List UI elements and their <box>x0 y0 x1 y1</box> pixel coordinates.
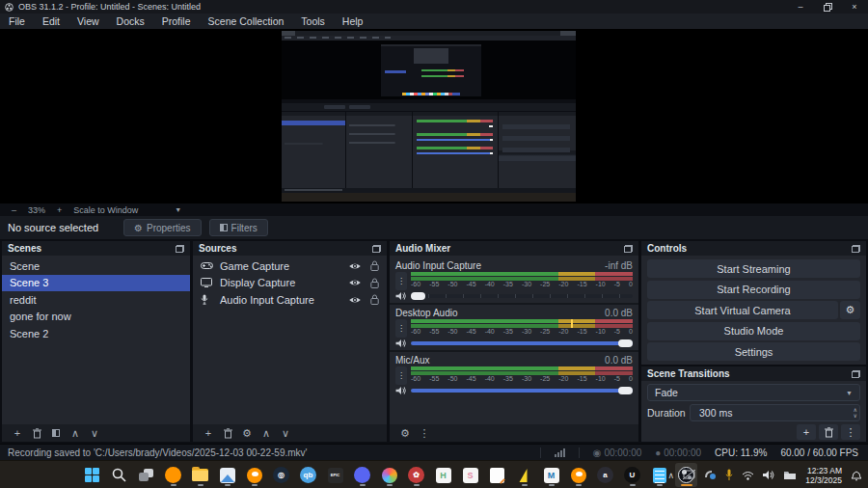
start-button[interactable] <box>81 463 103 487</box>
move-scene-up-button[interactable]: ∧ <box>66 424 85 442</box>
s-app-icon[interactable]: S <box>459 463 481 487</box>
scale-mode-label[interactable]: Scale to Window <box>73 205 138 215</box>
source-list-item[interactable]: Game Capture <box>193 258 387 275</box>
volume-slider-handle[interactable] <box>618 339 633 347</box>
visibility-eye-icon[interactable] <box>348 278 362 287</box>
audacity-icon[interactable]: a <box>594 463 616 487</box>
notification-bell-icon[interactable] <box>851 469 862 481</box>
start-streaming-button[interactable]: Start Streaming <box>647 259 860 278</box>
scene-list-item[interactable]: Scene 3 <box>2 275 190 292</box>
visibility-eye-icon[interactable] <box>348 261 362 271</box>
advanced-audio-button[interactable]: ⚙ <box>395 424 415 442</box>
scene-filters-button[interactable] <box>46 424 66 442</box>
wifi-icon[interactable] <box>742 471 754 480</box>
spin-down-icon[interactable]: ∨ <box>854 413 857 419</box>
volume-slider[interactable] <box>411 385 633 396</box>
menu-item-profile[interactable]: Profile <box>153 14 200 29</box>
davinci-resolve-icon[interactable] <box>378 463 400 487</box>
volume-icon[interactable] <box>763 470 774 480</box>
move-source-up-button[interactable]: ∧ <box>257 424 276 442</box>
restore-button[interactable] <box>814 0 841 14</box>
notepad-icon[interactable] <box>648 463 670 487</box>
preview-canvas[interactable] <box>0 29 868 203</box>
speaker-icon[interactable] <box>395 339 407 348</box>
remove-transition-button[interactable] <box>819 424 838 440</box>
folder-tray-icon[interactable] <box>783 470 797 480</box>
tray-chevron-icon[interactable]: ∧ <box>668 471 675 480</box>
h-app-icon[interactable]: H <box>432 463 454 487</box>
search-icon[interactable] <box>108 463 130 487</box>
blender-icon[interactable] <box>243 463 265 487</box>
popout-icon[interactable] <box>852 245 860 253</box>
transition-select[interactable]: Fade ▼ <box>647 384 860 401</box>
menu-item-tools[interactable]: Tools <box>292 14 334 29</box>
volume-slider[interactable] <box>411 338 633 349</box>
unreal-engine-icon[interactable]: U <box>621 463 643 487</box>
start-recording-button[interactable]: Start Recording <box>647 281 860 299</box>
source-list-item[interactable]: Audio Input Capture <box>193 291 387 309</box>
mixer-menu-button[interactable]: ⋮ <box>415 424 434 442</box>
notes-icon[interactable] <box>486 463 508 487</box>
menu-item-edit[interactable]: Edit <box>34 14 68 29</box>
duration-spinbox[interactable]: 300 ms ∧∨ <box>690 404 860 421</box>
firefox-icon[interactable] <box>162 463 184 487</box>
minimize-button[interactable]: – <box>787 0 814 14</box>
maya-icon[interactable]: M <box>540 463 562 487</box>
krita-icon[interactable]: ✿ <box>405 463 427 487</box>
lightning-app-icon[interactable] <box>513 463 535 487</box>
scale-mode-caret-icon[interactable]: ▼ <box>175 206 181 213</box>
filters-button[interactable]: Filters <box>209 219 268 236</box>
pointer-device-icon[interactable] <box>704 470 717 480</box>
qbittorrent-icon[interactable]: qb <box>297 463 319 487</box>
speaker-icon[interactable] <box>395 291 407 301</box>
visibility-eye-icon[interactable] <box>348 295 362 305</box>
scene-list-item[interactable]: reddit <box>2 291 190 309</box>
mixer-kebab-button[interactable]: ⋮ <box>395 366 407 385</box>
source-properties-button[interactable]: ⚙ <box>237 424 257 442</box>
popout-icon[interactable] <box>176 245 184 253</box>
menu-item-docks[interactable]: Docks <box>108 14 153 29</box>
task-view-icon[interactable] <box>135 463 157 487</box>
lock-icon[interactable] <box>370 294 379 305</box>
photos-icon[interactable] <box>216 463 238 487</box>
volume-slider-handle[interactable] <box>411 292 425 300</box>
lock-icon[interactable] <box>370 260 379 271</box>
gold-mic-icon[interactable] <box>725 469 733 481</box>
lock-icon[interactable] <box>370 278 379 288</box>
volume-slider-track[interactable] <box>411 341 633 345</box>
add-source-button[interactable]: + <box>199 424 218 442</box>
menu-item-scene-collection[interactable]: Scene Collection <box>200 14 293 29</box>
mixer-kebab-button[interactable]: ⋮ <box>395 319 407 338</box>
virtual-camera-config-button[interactable]: ⚙ <box>840 301 860 319</box>
volume-slider[interactable] <box>411 290 633 302</box>
move-source-down-button[interactable]: ∨ <box>276 424 295 442</box>
volume-slider-track[interactable] <box>411 389 633 393</box>
popout-icon[interactable] <box>372 245 381 253</box>
scene-list-item[interactable]: gone for now <box>2 309 190 326</box>
close-button[interactable]: × <box>841 0 868 14</box>
menu-item-view[interactable]: View <box>68 14 108 29</box>
mixer-kebab-button[interactable]: ⋮ <box>395 272 407 290</box>
settings-button[interactable]: Settings <box>647 342 860 361</box>
speaker-icon[interactable] <box>395 386 407 395</box>
discord-icon[interactable] <box>351 463 373 487</box>
taskbar-clock[interactable]: 12:23 AM 12/3/2025 <box>805 466 842 485</box>
menu-item-file[interactable]: File <box>0 14 34 29</box>
scene-list-item[interactable]: Scene <box>2 258 190 275</box>
cast-disabled-icon[interactable] <box>683 470 695 480</box>
epic-games-icon[interactable]: EPIC <box>324 463 346 487</box>
volume-slider-track[interactable] <box>411 294 633 298</box>
transition-properties-button[interactable]: ⋮ <box>841 424 860 440</box>
studio-mode-button[interactable]: Studio Mode <box>647 322 860 340</box>
remove-scene-button[interactable] <box>27 424 46 442</box>
zoom-in-button[interactable]: + <box>57 205 62 215</box>
source-list-item[interactable]: Display Capture <box>193 275 387 292</box>
spinbox-arrows[interactable]: ∧∨ <box>854 407 857 419</box>
scene-list-item[interactable]: Scene 2 <box>2 325 190 342</box>
zoom-out-button[interactable]: – <box>12 205 16 215</box>
add-transition-button[interactable]: + <box>797 424 816 440</box>
menu-item-help[interactable]: Help <box>334 14 372 29</box>
popout-icon[interactable] <box>624 245 633 253</box>
properties-button[interactable]: ⚙ Properties <box>123 219 202 236</box>
move-scene-down-button[interactable]: ∨ <box>85 424 104 442</box>
